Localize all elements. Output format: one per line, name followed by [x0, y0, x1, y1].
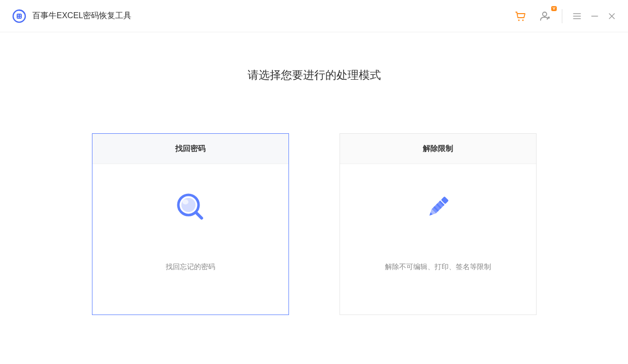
header-right: V: [513, 9, 616, 23]
card-description: 找回忘记的密码: [166, 263, 215, 272]
card-description: 解除不可编辑、打印、签名等限制: [385, 263, 491, 272]
card-header: 解除限制: [340, 134, 536, 164]
svg-rect-2: [18, 15, 19, 16]
svg-line-18: [196, 213, 202, 218]
minimize-button[interactable]: [591, 12, 599, 20]
svg-point-7: [522, 19, 524, 21]
svg-point-6: [518, 19, 520, 21]
svg-point-17: [182, 199, 188, 204]
main-content: 请选择您要进行的处理模式 找回密码 找回忘记的密码: [0, 32, 628, 315]
card-body: 找回忘记的密码: [92, 164, 288, 315]
svg-point-8: [543, 12, 547, 16]
header-left: 百事牛EXCEL密码恢复工具: [12, 9, 131, 23]
search-magnifier-icon: [175, 192, 206, 222]
option-card-remove-restriction[interactable]: 解除限制 解除: [340, 133, 537, 315]
svg-rect-1: [17, 14, 22, 19]
option-card-recover-password[interactable]: 找回密码 找回忘记的密码: [92, 133, 289, 315]
pencil-edit-icon: [423, 192, 453, 222]
header-divider: [562, 9, 562, 23]
vip-badge: V: [551, 6, 557, 11]
close-button[interactable]: [608, 12, 616, 20]
svg-rect-4: [18, 17, 19, 18]
card-header: 找回密码: [92, 134, 288, 164]
svg-rect-3: [20, 15, 21, 16]
app-title: 百事牛EXCEL密码恢复工具: [32, 11, 131, 21]
page-title: 请选择您要进行的处理模式: [248, 68, 381, 83]
svg-rect-5: [20, 17, 21, 18]
window-controls: [572, 12, 616, 21]
cart-icon[interactable]: [513, 9, 527, 23]
options-container: 找回密码 找回忘记的密码 解除限制: [92, 133, 537, 315]
card-title: 找回密码: [175, 144, 206, 153]
app-header: 百事牛EXCEL密码恢复工具 V: [0, 0, 628, 32]
menu-icon[interactable]: [572, 12, 582, 21]
user-icon[interactable]: V: [538, 9, 552, 23]
app-logo-icon: [12, 9, 26, 23]
card-body: 解除不可编辑、打印、签名等限制: [340, 164, 536, 315]
card-title: 解除限制: [423, 144, 453, 153]
